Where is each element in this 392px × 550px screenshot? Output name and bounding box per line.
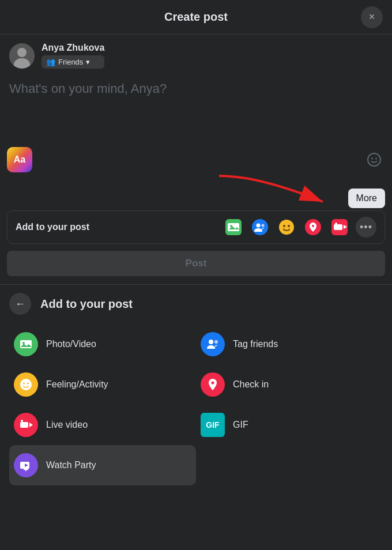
svg-point-27 — [27, 383, 29, 385]
svg-point-9 — [257, 224, 261, 228]
svg-rect-34 — [24, 469, 28, 470]
avatar — [9, 43, 35, 69]
add-item-photo-video[interactable]: Photo/Video — [9, 324, 196, 364]
svg-point-13 — [288, 225, 290, 227]
user-details: Anya Zhukova 👥 Friends ▾ — [42, 43, 104, 69]
add-to-post-label: Add to your post — [16, 222, 89, 232]
close-button[interactable]: × — [361, 6, 383, 28]
modal-title: Create post — [164, 10, 228, 24]
svg-point-26 — [23, 383, 25, 385]
photo-video-icon-btn[interactable] — [223, 217, 244, 238]
svg-point-8 — [252, 219, 268, 235]
svg-rect-35 — [25, 470, 27, 471]
svg-point-11 — [279, 220, 294, 235]
tag-friends-label: Tag friends — [233, 339, 278, 349]
svg-point-19 — [335, 223, 337, 225]
svg-point-10 — [262, 224, 265, 227]
user-name: Anya Zhukova — [42, 43, 104, 53]
audience-button[interactable]: 👥 Friends ▾ — [42, 55, 104, 69]
svg-point-23 — [209, 340, 213, 344]
tag-friends-icon-btn[interactable] — [250, 217, 270, 238]
add-to-post-bar: Add to your post — [7, 210, 385, 244]
checkin-icon-btn[interactable] — [303, 217, 323, 238]
watch-party-label: Watch Party — [46, 460, 96, 470]
add-grid: Photo/Video Tag friends — [9, 324, 383, 485]
add-section-title: Add to your post — [40, 297, 133, 311]
emoji-button[interactable] — [363, 149, 385, 171]
svg-point-12 — [283, 225, 285, 227]
svg-point-15 — [312, 225, 314, 227]
more-arrow-area: More — [0, 176, 392, 210]
svg-marker-30 — [29, 423, 33, 427]
audience-label: Friends — [58, 58, 83, 66]
svg-point-31 — [21, 420, 23, 422]
checkin-icon — [201, 372, 225, 397]
photo-video-icon — [14, 332, 38, 356]
post-placeholder: What's on your mind, Anya? — [9, 81, 167, 96]
svg-point-25 — [20, 379, 32, 390]
svg-point-24 — [214, 340, 218, 344]
post-toolbar: Aa — [0, 144, 392, 176]
user-info: Anya Zhukova 👥 Friends ▾ — [0, 35, 392, 74]
add-item-live-video[interactable]: Live video — [9, 405, 196, 445]
svg-rect-29 — [20, 422, 28, 428]
more-button[interactable]: More — [348, 189, 385, 208]
svg-rect-17 — [334, 224, 342, 230]
live-video-label: Live video — [46, 420, 88, 430]
tag-friends-icon — [201, 332, 225, 356]
modal-header: Create post × — [0, 0, 392, 35]
add-item-gif[interactable]: GIF GIF — [196, 405, 383, 445]
gif-label: GIF — [233, 420, 248, 430]
add-icons: ••• — [223, 217, 376, 238]
add-to-post-section: ← Add to your post Photo/Video — [0, 285, 392, 485]
add-section-header: ← Add to your post — [9, 293, 383, 315]
live-video-icon — [14, 413, 38, 437]
add-item-tag-friends[interactable]: Tag friends — [196, 324, 383, 364]
add-item-watch-party[interactable]: Watch Party — [9, 445, 196, 485]
gif-icon: GIF — [201, 413, 225, 437]
feeling-label: Feeling/Activity — [46, 379, 108, 390]
more-options-btn[interactable]: ••• — [356, 217, 376, 238]
audience-icon: 👥 — [46, 58, 55, 66]
add-item-feeling[interactable]: Feeling/Activity — [9, 364, 196, 405]
add-item-checkin[interactable]: Check in — [196, 364, 383, 405]
svg-point-0 — [368, 153, 380, 166]
back-button[interactable]: ← — [9, 293, 31, 315]
live-video-icon-btn[interactable] — [329, 217, 350, 238]
checkin-label: Check in — [233, 379, 269, 390]
post-button[interactable]: Post — [7, 251, 385, 276]
svg-point-2 — [375, 158, 377, 160]
photo-video-label: Photo/Video — [46, 339, 96, 349]
svg-point-1 — [371, 158, 373, 160]
svg-point-28 — [212, 382, 214, 385]
feeling-icon — [14, 372, 38, 397]
post-input-area[interactable]: What's on your mind, Anya? — [0, 74, 392, 144]
chevron-down-icon: ▾ — [86, 58, 90, 66]
font-button[interactable]: Aa — [7, 147, 32, 172]
feeling-icon-btn[interactable] — [276, 217, 297, 238]
red-arrow — [213, 170, 340, 210]
watch-party-icon — [14, 453, 38, 477]
